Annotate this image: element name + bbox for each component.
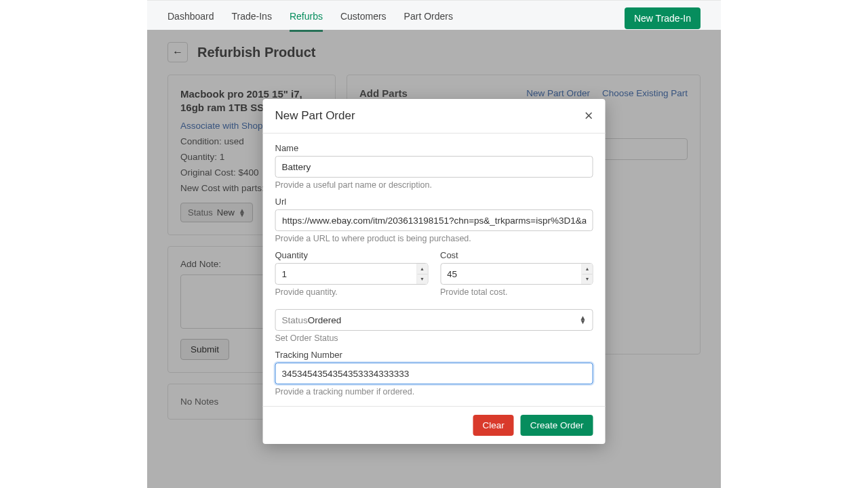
topbar: Dashboard Trade-Ins Refurbs Customers Pa… [147,0,721,30]
cost-step-down[interactable]: ▼ [583,274,593,285]
quantity-input[interactable] [275,263,429,285]
cost-step-up[interactable]: ▲ [583,264,593,274]
cost-input[interactable] [440,263,593,285]
create-order-button[interactable]: Create Order [521,415,593,436]
close-button[interactable]: × [585,108,593,123]
name-label: Name [275,143,593,153]
url-input[interactable] [275,209,593,231]
quantity-label: Quantity [275,250,429,260]
url-label: Url [275,197,593,207]
cost-help: Provide total cost. [440,287,593,297]
nav-tab-tradeins[interactable]: Trade-Ins [232,4,272,32]
url-help: Provide a URL to where product is being … [275,234,593,243]
nav-tab-partorders[interactable]: Part Orders [404,4,453,32]
new-part-order-modal: New Part Order × Name Provide a useful p… [263,99,606,444]
tracking-help: Provide a tracking number if ordered. [275,387,593,396]
name-help: Provide a useful part name or descriptio… [275,180,593,190]
tracking-label: Tracking Number [275,350,593,360]
nav-tab-dashboard[interactable]: Dashboard [167,4,214,32]
nav-tab-refurbs[interactable]: Refurbs [290,4,323,32]
status-help: Set Order Status [275,333,593,343]
close-icon: × [585,107,593,124]
quantity-step-up[interactable]: ▲ [417,264,427,274]
nav-tabs: Dashboard Trade-Ins Refurbs Customers Pa… [167,4,453,32]
cost-label: Cost [440,250,593,260]
nav-tab-customers[interactable]: Customers [340,4,387,32]
quantity-step-down[interactable]: ▼ [417,274,427,285]
new-tradein-button[interactable]: New Trade-In [625,7,701,29]
status-select[interactable]: Status Ordered [275,309,593,331]
modal-title: New Part Order [275,109,355,123]
quantity-help: Provide quantity. [275,287,429,297]
tracking-input[interactable] [275,363,593,384]
clear-button[interactable]: Clear [473,415,513,436]
name-input[interactable] [275,156,593,178]
